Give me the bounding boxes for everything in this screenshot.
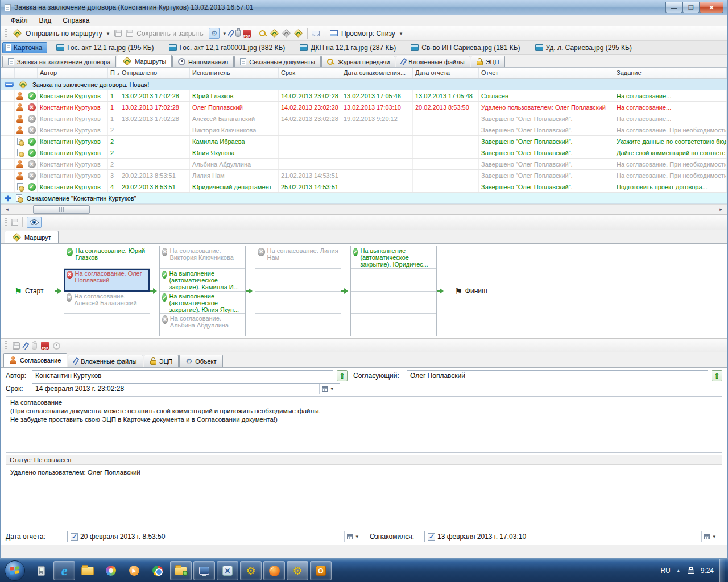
report-date-checkbox[interactable]: [71, 533, 78, 541]
table-row[interactable]: Константин Куртуков420.02.2013 8:53:51Юр…: [1, 181, 727, 193]
taskbar-item-settings-1[interactable]: ⚙: [240, 561, 262, 580]
scan-button[interactable]: [235, 30, 241, 37]
send-route-button[interactable]: Отправить по маршруту ▾: [11, 28, 112, 39]
table-row[interactable]: Константин Куртуков2Юлия ЯкуповаЗавершен…: [1, 147, 727, 159]
col-report[interactable]: Отчет: [479, 68, 614, 78]
view-mode-button[interactable]: ⚙: [209, 28, 220, 39]
route-step-empty[interactable]: [255, 314, 341, 336]
route-step[interactable]: На выполнение (автоматическое закрытие).…: [351, 246, 436, 269]
save-button[interactable]: [13, 342, 20, 350]
group-row-acknowledgement[interactable]: ✚ Ознакомление "Константин Куртуков": [1, 193, 727, 204]
attachment-tab[interactable]: Св-во ИП Сариева.jpg (181 КБ): [405, 43, 526, 53]
author-field[interactable]: Константин Куртуков: [32, 370, 333, 381]
tab-attached-files[interactable]: Вложенные файлы: [396, 56, 470, 67]
mail-button[interactable]: [312, 31, 320, 36]
table-row[interactable]: Константин Куртуков2Виктория КлючниковаЗ…: [1, 124, 727, 136]
col-task[interactable]: Задание: [614, 68, 727, 78]
task-description-text[interactable]: На согласование (При согласовании докуме…: [6, 396, 722, 453]
route-step[interactable]: На согласование. Лилия Нам: [255, 246, 341, 269]
col-executor[interactable]: Исполнитель: [190, 68, 279, 78]
tab-digital-signature[interactable]: ЭЦП: [471, 56, 505, 67]
save-button[interactable]: [114, 30, 122, 37]
menu-file[interactable]: Файл: [6, 15, 33, 26]
route-forward-button[interactable]: [270, 29, 279, 38]
approver-field[interactable]: Олег Поплавский: [407, 370, 708, 381]
report-date-field[interactable]: 20 февраля 2013 г. 8:53:50 ▾: [67, 531, 365, 542]
scroll-right-icon[interactable]: ▸: [716, 205, 726, 214]
tab-route[interactable]: Маршрут: [5, 231, 59, 243]
taskbar-item-settings-2[interactable]: ⚙: [287, 561, 308, 580]
tab-reminders[interactable]: Напоминания: [172, 56, 234, 67]
card-tab[interactable]: Карточка: [2, 42, 47, 53]
taskbar-item-dc-app[interactable]: [217, 561, 238, 580]
restore-button[interactable]: ❐: [682, 2, 700, 13]
save-close-button[interactable]: Сохранить и закрыть: [124, 28, 206, 39]
tab-attached-files[interactable]: Вложенные файлы: [68, 355, 143, 367]
scan-button[interactable]: [32, 342, 37, 350]
table-row[interactable]: Константин Куртуков320.02.2013 8:53:51Ли…: [1, 170, 727, 181]
clock[interactable]: 9:24: [701, 567, 714, 575]
minimize-button[interactable]: —: [665, 2, 682, 13]
preview-position-button[interactable]: Просмотр: Снизу ▾: [328, 28, 405, 39]
route-save-button[interactable]: [11, 219, 18, 226]
acknowledged-date-field[interactable]: 13 февраля 2013 г. 17:03:10 ▾: [424, 531, 722, 542]
tab-linked-docs[interactable]: Связанные документы: [234, 56, 321, 67]
comment-text[interactable]: Удалено пользователем: Олег Поплавский: [6, 467, 722, 527]
route-step-empty[interactable]: [255, 269, 341, 292]
taskbar-item-chrome[interactable]: [147, 561, 168, 580]
route-step-selected[interactable]: На согласование. Олег Поплавский: [64, 269, 150, 292]
taskbar-item-explorer[interactable]: [77, 561, 98, 580]
col-read-date[interactable]: Дата ознакомления...: [341, 68, 413, 78]
table-row[interactable]: Константин Куртуков113.02.2013 17:02:28А…: [1, 113, 727, 124]
col-sent[interactable]: Отправлено: [119, 68, 190, 78]
route-save-button[interactable]: [294, 29, 303, 38]
horizontal-scrollbar[interactable]: ◂ ▸: [1, 204, 727, 214]
tab-digital-signature[interactable]: ЭЦП: [144, 355, 179, 367]
tray-expand-icon[interactable]: ▲: [676, 568, 681, 573]
menu-help[interactable]: Справка: [57, 15, 94, 26]
route-step[interactable]: На согласование. Алексей Балаганский: [64, 292, 150, 314]
route-back-button[interactable]: [282, 29, 291, 38]
route-step-empty[interactable]: [351, 292, 436, 314]
attach-file-button[interactable]: [22, 342, 30, 350]
tab-request[interactable]: Заявка на заключение договора: [2, 56, 116, 67]
open-author-button[interactable]: ⇧: [337, 370, 348, 381]
language-indicator[interactable]: RU: [660, 567, 670, 575]
route-finish-node[interactable]: ⚑ Финиш: [446, 246, 496, 336]
route-step-empty[interactable]: [351, 314, 436, 336]
network-icon[interactable]: [686, 567, 695, 574]
taskbar-item-computer[interactable]: [193, 561, 215, 580]
clock-button[interactable]: [53, 342, 60, 350]
taskbar-item-firefox[interactable]: [263, 561, 285, 580]
sign-button[interactable]: [259, 30, 267, 38]
route-step[interactable]: На согласование. Юрий Глазков: [64, 246, 150, 269]
calendar-picker-button[interactable]: ▾: [344, 531, 362, 542]
table-row[interactable]: Константин Куртуков2Альбина АбдуллинаЗав…: [1, 159, 727, 170]
calendar-picker-button[interactable]: ▾: [701, 531, 719, 542]
show-desktop-button[interactable]: [719, 559, 725, 582]
expand-icon[interactable]: ✚: [5, 195, 11, 202]
route-step[interactable]: На согласование. Альбина Абдуллина: [160, 314, 245, 336]
scroll-left-icon[interactable]: ◂: [2, 205, 12, 214]
tab-approval[interactable]: Согласование: [3, 353, 67, 367]
menu-view[interactable]: Вид: [34, 15, 57, 26]
pdf-export-button[interactable]: [243, 30, 251, 38]
route-step-empty[interactable]: [351, 269, 436, 292]
tab-routes[interactable]: Маршруты: [117, 55, 172, 67]
close-button[interactable]: ✕: [700, 2, 723, 13]
pdf-export-button[interactable]: [41, 342, 49, 350]
acknowledged-checkbox[interactable]: [428, 533, 435, 541]
taskbar-item-paint[interactable]: [100, 561, 122, 580]
table-row[interactable]: Константин Куртуков113.02.2013 17:02:28Ю…: [1, 90, 727, 102]
route-start-node[interactable]: ⚑ Старт: [3, 246, 55, 336]
route-step-empty[interactable]: [64, 314, 150, 336]
attachment-tab[interactable]: Уд. л. Сариева.jpg (295 КБ): [530, 43, 638, 53]
scrollbar-thumb[interactable]: [33, 205, 90, 214]
col-author[interactable]: Автор: [38, 68, 108, 78]
table-row[interactable]: Константин Куртуков2Камилла ИбраеваЗавер…: [1, 136, 727, 147]
calendar-picker-button[interactable]: ▾: [319, 384, 337, 394]
taskbar-item-outlook[interactable]: O: [310, 561, 332, 580]
route-step[interactable]: На согласование. Виктория Ключникова: [160, 246, 245, 269]
route-step[interactable]: На выполнение (автоматическое закрытие).…: [160, 269, 245, 292]
col-p[interactable]: П▲: [108, 68, 119, 78]
